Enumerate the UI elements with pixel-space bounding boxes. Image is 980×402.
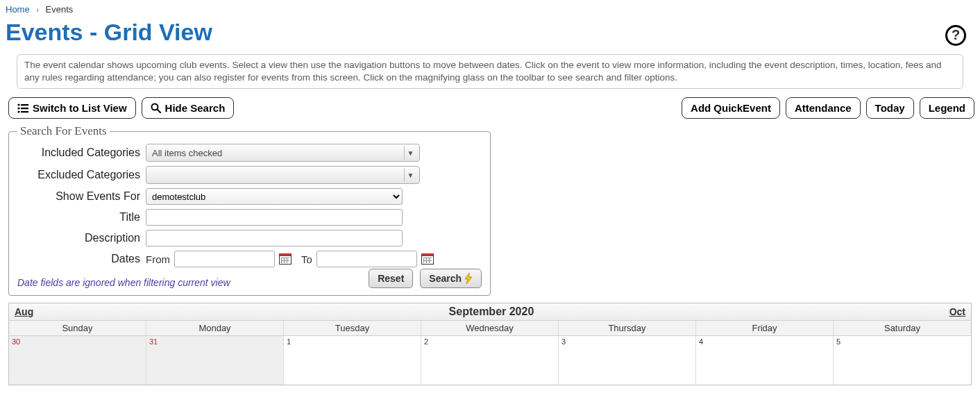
day-header: Thursday <box>559 321 696 335</box>
svg-marker-8 <box>465 273 472 284</box>
breadcrumb-home[interactable]: Home <box>6 4 30 15</box>
search-button[interactable]: Search <box>420 269 482 288</box>
search-icon <box>151 103 161 113</box>
date-to-input[interactable] <box>316 251 417 267</box>
calendar-cell[interactable]: 4 <box>696 336 834 385</box>
calendar-cell[interactable]: 30 <box>9 336 146 385</box>
description-input[interactable] <box>146 230 403 246</box>
legend-button[interactable]: Legend <box>920 97 974 119</box>
hide-search-button[interactable]: Hide Search <box>142 97 235 119</box>
calendar-week: 30 31 1 2 3 4 5 <box>9 336 971 385</box>
calendar-cell[interactable]: 5 <box>834 336 971 385</box>
search-legend: Search For Events <box>17 124 110 138</box>
description-label: Description <box>17 232 146 244</box>
calendar-cell[interactable]: 1 <box>284 336 421 385</box>
day-number: 4 <box>699 337 703 346</box>
day-header: Tuesday <box>284 321 421 335</box>
prev-month-link[interactable]: Aug <box>15 306 33 317</box>
next-month-link[interactable]: Oct <box>949 306 965 317</box>
excluded-categories-label: Excluded Categories <box>17 169 146 181</box>
hide-search-label: Hide Search <box>165 102 226 114</box>
day-number: 1 <box>287 337 291 346</box>
day-number: 2 <box>424 337 428 346</box>
list-icon <box>17 103 28 113</box>
show-events-for-label: Show Events For <box>17 190 146 203</box>
calendar-cell[interactable]: 31 <box>146 336 284 385</box>
from-label: From <box>146 253 170 265</box>
day-number: 31 <box>149 337 158 346</box>
day-header: Monday <box>146 321 284 335</box>
breadcrumb-current: Events <box>46 4 74 15</box>
calendar-cell[interactable]: 2 <box>421 336 559 385</box>
day-header: Saturday <box>834 321 971 335</box>
included-categories-value: All items checked <box>152 148 222 158</box>
chevron-down-icon: ▼ <box>404 146 416 160</box>
calendar-grid: Aug September 2020 Oct Sunday Monday Tue… <box>8 303 972 385</box>
calendar-icon[interactable] <box>279 253 292 265</box>
svg-rect-5 <box>21 111 28 112</box>
current-month-label: September 2020 <box>449 305 534 318</box>
today-button[interactable]: Today <box>866 97 914 119</box>
toolbar: Switch to List View Hide Search Add Quic… <box>6 97 974 123</box>
page-title: Events - Grid View <box>6 19 212 46</box>
date-filter-note: Date fields are ignored when filtering c… <box>17 277 230 288</box>
calendar-icon[interactable] <box>421 253 434 265</box>
day-header: Wednesday <box>421 321 559 335</box>
svg-point-0 <box>17 103 19 106</box>
svg-point-4 <box>17 110 19 112</box>
info-banner: The event calendar shows upcoming club e… <box>17 54 963 89</box>
calendar-nav: Aug September 2020 Oct <box>9 303 971 321</box>
show-events-for-select[interactable]: demotestclub <box>146 188 403 205</box>
svg-line-7 <box>157 110 160 113</box>
breadcrumb: Home › Events <box>6 3 974 19</box>
search-panel: Search For Events Included Categories Al… <box>8 124 491 296</box>
switch-view-label: Switch to List View <box>33 102 127 114</box>
day-number: 5 <box>836 337 840 346</box>
bolt-icon <box>464 273 473 284</box>
included-categories-dropdown[interactable]: All items checked ▼ <box>146 144 420 162</box>
switch-view-button[interactable]: Switch to List View <box>8 97 136 119</box>
breadcrumb-sep: › <box>36 6 39 14</box>
reset-button[interactable]: Reset <box>369 269 413 288</box>
day-number: 3 <box>561 337 566 346</box>
svg-rect-3 <box>21 108 28 109</box>
included-categories-label: Included Categories <box>17 146 146 159</box>
day-header: Friday <box>696 321 834 335</box>
to-label: To <box>301 253 312 265</box>
add-quickevent-button[interactable]: Add QuickEvent <box>682 97 780 119</box>
chevron-down-icon: ▼ <box>404 168 416 182</box>
calendar-day-headers: Sunday Monday Tuesday Wednesday Thursday… <box>9 321 971 336</box>
excluded-categories-dropdown[interactable]: ▼ <box>146 166 420 184</box>
search-button-label: Search <box>429 273 462 284</box>
date-from-input[interactable] <box>174 251 275 267</box>
title-input[interactable] <box>146 209 403 226</box>
dates-label: Dates <box>17 253 146 265</box>
help-icon[interactable]: ? <box>945 25 966 46</box>
svg-rect-1 <box>21 104 28 106</box>
svg-point-2 <box>17 107 19 109</box>
calendar-cell[interactable]: 3 <box>559 336 696 385</box>
day-number: 30 <box>12 337 20 346</box>
day-header: Sunday <box>9 321 146 335</box>
attendance-button[interactable]: Attendance <box>786 97 861 119</box>
title-label: Title <box>17 211 146 224</box>
